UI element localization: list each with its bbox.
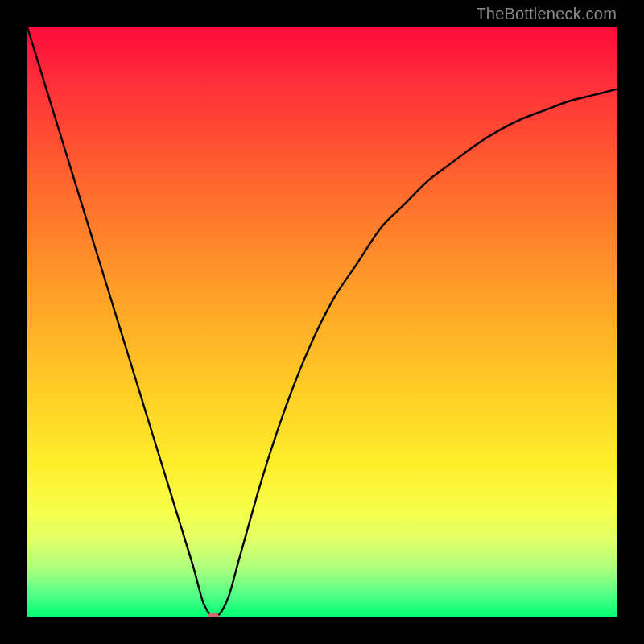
plot-area: [27, 27, 617, 617]
curve-path: [27, 27, 617, 617]
watermark-text: TheBottleneck.com: [476, 5, 617, 23]
optimal-point-marker: [208, 613, 219, 617]
bottleneck-curve: [27, 27, 617, 617]
chart-frame: TheBottleneck.com: [0, 0, 644, 644]
